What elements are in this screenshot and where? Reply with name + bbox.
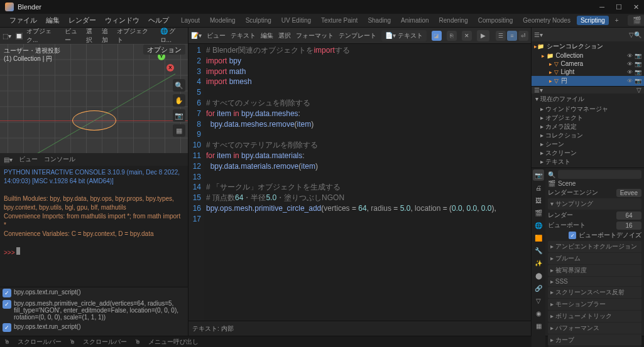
python-console[interactable]: PYTHON INTERACTIVE CONSOLE 3.10.9 (main,… bbox=[0, 166, 188, 287]
editor-type-text-icon[interactable]: 📝▾ bbox=[191, 32, 202, 39]
props-tree-item[interactable]: ▸ コレクション bbox=[540, 131, 644, 140]
te-menu-template[interactable]: テンプレート bbox=[339, 31, 376, 40]
vp-menu-view[interactable]: ビュー bbox=[65, 28, 82, 45]
prop-tab-render[interactable]: 📷 bbox=[533, 169, 544, 181]
props-tree-item[interactable]: ▸ テキスト bbox=[540, 157, 644, 166]
props-section[interactable]: ▸ スクリーンスペース反射 bbox=[548, 287, 641, 298]
props-tree-item[interactable]: ▸ シーン bbox=[540, 140, 644, 149]
unlink-icon[interactable]: ✕ bbox=[462, 31, 472, 41]
prop-tab-constraints[interactable]: 🔗 bbox=[533, 282, 544, 294]
visibility-toggles[interactable]: 👁 📷 bbox=[627, 78, 641, 84]
outliner-item[interactable]: ▸ ▽ Light 👁 📷 bbox=[532, 68, 644, 76]
props-search[interactable] bbox=[558, 170, 641, 179]
menu-window[interactable]: ウィンドウ bbox=[102, 14, 143, 26]
zoom-icon[interactable]: 🔍 bbox=[173, 79, 185, 92]
props-section[interactable]: ▸ パフォーマンス bbox=[548, 323, 641, 334]
props-section[interactable]: ▸ ブルーム bbox=[548, 253, 641, 264]
tab-shading[interactable]: Shading bbox=[364, 16, 395, 25]
tab-geonodes[interactable]: Geometry Nodes bbox=[519, 16, 574, 25]
menu-edit[interactable]: 編集 bbox=[43, 14, 63, 26]
prop-tab-physics[interactable]: ⬤ bbox=[533, 270, 544, 281]
outliner-root[interactable]: シーンコレクション bbox=[547, 42, 603, 51]
te-menu-format[interactable]: フォーマット bbox=[296, 31, 334, 40]
props-section[interactable]: ▸ カーブ bbox=[548, 334, 641, 346]
orientation-selector[interactable]: 🌐 グロ... bbox=[160, 28, 185, 45]
prop-tab-world[interactable]: 🌐 bbox=[533, 220, 544, 231]
prop-tab-material[interactable]: ◉ bbox=[533, 307, 544, 319]
prop-tab-modifiers[interactable]: 🔧 bbox=[533, 245, 544, 256]
props-section[interactable]: ▸ アンビエントオクルージョン bbox=[548, 241, 641, 252]
console-menu-console[interactable]: コンソール bbox=[44, 155, 75, 164]
denoise-checkbox[interactable]: ✓ bbox=[569, 232, 576, 239]
props-section[interactable]: ▸ モーションブラー bbox=[548, 299, 641, 310]
props-section[interactable]: ▸ SSS bbox=[548, 277, 641, 286]
shield-icon[interactable]: ◪ bbox=[432, 31, 442, 41]
te-menu-select[interactable]: 選択 bbox=[278, 31, 291, 40]
vp-menu-add[interactable]: 追加 bbox=[102, 28, 114, 45]
vp-menu-select[interactable]: 選択 bbox=[86, 28, 98, 45]
3d-viewport[interactable]: ⬚▾ 🔲 オブジェク... ビュー 選択 追加 オブジェクト 🌐 グロ... オ… bbox=[0, 28, 188, 153]
te-menu-text[interactable]: テキスト bbox=[231, 31, 256, 40]
tab-modeling[interactable]: Modeling bbox=[206, 16, 239, 25]
tab-texpaint[interactable]: Texture Paint bbox=[317, 16, 361, 25]
scene-selector[interactable]: 🎬Scene bbox=[628, 15, 644, 26]
outliner-item[interactable]: ▸ ▽ 円 👁 📷 bbox=[532, 76, 644, 86]
tab-compositing[interactable]: Compositing bbox=[474, 16, 517, 25]
prop-tab-texture[interactable]: ▦ bbox=[533, 320, 544, 331]
console-menu-view[interactable]: ビュー bbox=[19, 155, 38, 164]
camera-view-icon[interactable]: 📷 bbox=[173, 109, 185, 122]
te-menu-view[interactable]: ビュー bbox=[207, 31, 226, 40]
prop-tab-scene[interactable]: 🎬 bbox=[533, 207, 544, 218]
tab-rendering[interactable]: Rendering bbox=[435, 16, 472, 25]
props-type-icon[interactable]: ☰▾ bbox=[534, 87, 543, 93]
close-button[interactable]: ✕ bbox=[633, 3, 639, 11]
prop-tab-output[interactable]: 🖨 bbox=[533, 182, 544, 193]
tab-scripting[interactable]: Scripting bbox=[577, 16, 609, 25]
prop-tab-object[interactable]: 🟧 bbox=[533, 232, 544, 243]
menu-help[interactable]: ヘルプ bbox=[145, 14, 172, 26]
search-icon[interactable]: 🔍 bbox=[548, 171, 555, 178]
filter-icon[interactable]: ▽ bbox=[636, 87, 641, 93]
te-menu-edit[interactable]: 編集 bbox=[261, 31, 273, 40]
props-section[interactable]: ▸ 被写界深度 bbox=[548, 265, 641, 276]
search-icon[interactable]: 🔍 bbox=[634, 31, 641, 38]
outliner-type-icon[interactable]: ☰▾ bbox=[534, 31, 543, 38]
text-datablock[interactable]: 📄▾ テキスト bbox=[381, 30, 427, 41]
pan-icon[interactable]: ✋ bbox=[173, 94, 185, 107]
props-section[interactable]: ▸ ボリューメトリック bbox=[548, 311, 641, 322]
menu-file[interactable]: ファイル bbox=[6, 14, 40, 26]
perspective-icon[interactable]: ▦ bbox=[173, 124, 185, 137]
visibility-toggles[interactable]: 👁 📷 bbox=[627, 53, 641, 59]
minimize-button[interactable]: ─ bbox=[599, 3, 604, 11]
tab-animation[interactable]: Animation bbox=[397, 16, 432, 25]
prop-tab-particles[interactable]: ✨ bbox=[533, 257, 544, 269]
props-tree-item[interactable]: ▸ カメラ設定 bbox=[540, 122, 644, 131]
circle-object[interactable] bbox=[72, 110, 116, 131]
menu-render[interactable]: レンダー bbox=[65, 14, 99, 26]
tab-sculpting[interactable]: Sculpting bbox=[242, 16, 275, 25]
copies-icon[interactable]: ⎘ bbox=[447, 31, 457, 41]
tab-add[interactable]: + bbox=[611, 16, 623, 25]
gizmo-x[interactable]: X bbox=[166, 64, 174, 72]
props-tree-item[interactable]: ▸ オブジェクト bbox=[540, 114, 644, 122]
prop-tab-data[interactable]: ▽ bbox=[533, 295, 544, 306]
outliner-item[interactable]: ▸ ▽ Camera 👁 📷 bbox=[532, 60, 644, 68]
props-tree-item[interactable]: ▸ スクリーン bbox=[540, 149, 644, 157]
mode-selector[interactable]: オブジェク... bbox=[26, 28, 61, 45]
vp-menu-object[interactable]: オブジェクト bbox=[117, 28, 152, 45]
visibility-toggles[interactable]: 👁 📷 bbox=[627, 69, 641, 75]
render-engine-value[interactable]: Eevee bbox=[616, 189, 641, 197]
options-dropdown[interactable]: オプション bbox=[143, 45, 185, 55]
syntax-highlight-toggle[interactable]: ≡ bbox=[507, 31, 517, 41]
tab-layout[interactable]: Layout bbox=[177, 16, 204, 25]
viewport-samples-value[interactable]: 16 bbox=[616, 222, 641, 230]
render-samples-value[interactable]: 64 bbox=[616, 211, 641, 220]
maximize-button[interactable]: ☐ bbox=[616, 3, 622, 11]
editor-type-console-icon[interactable]: ▤▾ bbox=[4, 156, 13, 163]
tab-uv[interactable]: UV Editing bbox=[278, 16, 315, 25]
filter-icon[interactable]: ▽ bbox=[629, 31, 634, 38]
editor-type-icon[interactable]: ⬚▾ bbox=[3, 33, 11, 40]
prop-tab-viewlayer[interactable]: 🖼 bbox=[533, 195, 544, 206]
run-script-button[interactable]: ▶ bbox=[477, 30, 489, 41]
outliner-item[interactable]: ▸ 📁 Collection 👁 📷 bbox=[532, 51, 644, 60]
